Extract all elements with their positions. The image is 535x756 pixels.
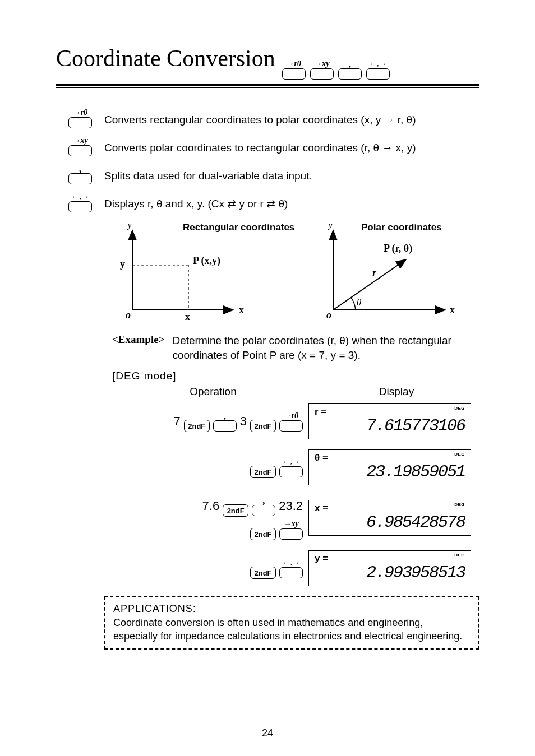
key-to-r-theta-icon: →rθ <box>282 59 306 80</box>
def-text: Splits data used for dual-variable data … <box>104 164 312 184</box>
key-to-r-theta-icon: →rθ <box>279 411 303 432</box>
svg-text:y: y <box>127 221 132 230</box>
operand-text: 7.6 <box>202 499 220 513</box>
diagram-row: y Rectangular coordinates y P (x,y) o x … <box>104 220 479 323</box>
def-row-comma: , Splits data used for dual-variable dat… <box>56 164 479 184</box>
lcd-display: DEG x = 6.985428578 <box>308 500 471 536</box>
key-2ndf-icon: 2ndF <box>250 411 276 432</box>
key-2ndf-icon: 2ndF <box>250 558 276 579</box>
example-tag: <Example> <box>112 333 164 362</box>
svg-text:x: x <box>239 304 244 316</box>
page-title-row: Coordinate Conversion →rθ →xy , ← , → <box>56 45 479 80</box>
svg-text:P (x,y): P (x,y) <box>193 255 220 267</box>
lcd-symbol: x = <box>315 503 465 514</box>
key-swap-icon: ← , → <box>68 192 92 212</box>
key-2ndf-icon: 2ndF <box>250 457 276 478</box>
def-text: Displays r, θ and x, y. (Cx ⇄ y or r ⇄ θ… <box>104 192 288 212</box>
example-block: <Example> Determine the polar coordinate… <box>112 333 479 586</box>
lcd-mode-indicator: DEG <box>454 406 465 411</box>
step-row: 7.6 2ndF , 23.2 2ndF →xy DEG x = 6.98542… <box>112 495 479 540</box>
title-key-group: →rθ →xy , ← , → <box>282 59 390 80</box>
operand-text: 23.2 <box>279 499 303 513</box>
key-swap-icon: ← , → <box>366 59 390 80</box>
svg-text:y: y <box>120 258 125 270</box>
operation-header: Operation <box>112 386 314 398</box>
key-comma-icon: , <box>68 164 92 184</box>
title-rule-thin <box>56 87 479 88</box>
lcd-value: 23.19859051 <box>315 462 465 481</box>
lcd-value: 6.985428578 <box>315 513 465 532</box>
key-2ndf-icon: 2ndF <box>250 519 276 540</box>
key-2ndf-icon: 2ndF <box>184 411 210 432</box>
key-2ndf-icon: 2ndF <box>223 495 248 517</box>
lcd-symbol: y = <box>315 553 465 564</box>
svg-text:x: x <box>185 311 190 322</box>
diagram-rectangular: y Rectangular coordinates y P (x,y) o x … <box>104 220 273 323</box>
step-row: 7 2ndF , 3 2ndF →rθ DEG r = 7.615773106 <box>112 403 479 439</box>
svg-text:o: o <box>126 309 131 321</box>
key-comma-icon: , <box>338 59 362 80</box>
key-comma-icon: , <box>213 411 237 432</box>
lcd-mode-indicator: DEG <box>454 502 465 507</box>
key-swap-icon: ← , → <box>279 457 303 477</box>
svg-text:Rectangular coordinates: Rectangular coordinates <box>183 222 294 233</box>
def-text: Converts rectangular coordinates to pola… <box>104 108 416 128</box>
lcd-mode-indicator: DEG <box>454 553 465 558</box>
operation-sequence: 7.6 2ndF , 23.2 2ndF →xy <box>112 495 308 540</box>
operand-text: 3 <box>240 414 247 429</box>
diagram-polar: y Polar coordinates θ r P (r, θ) o x <box>305 220 473 323</box>
svg-text:x: x <box>450 304 455 316</box>
opdisp-header: Operation Display <box>112 386 479 398</box>
svg-text:Polar coordinates: Polar coordinates <box>361 222 442 233</box>
applications-text: Coordinate conversion is often used in m… <box>113 616 470 643</box>
operation-sequence: 2ndF ← , → <box>112 558 308 579</box>
page-title: Coordinate Conversion <box>56 45 275 72</box>
step-row: 2ndF ← , → DEG θ = 23.19859051 <box>112 449 479 485</box>
applications-title: APPLICATIONS: <box>113 602 470 615</box>
mode-label: [DEG mode] <box>112 370 479 382</box>
page-number: 24 <box>0 727 535 739</box>
key-to-r-theta-icon: →rθ <box>68 108 92 128</box>
svg-text:y: y <box>328 221 333 230</box>
lcd-mode-indicator: DEG <box>454 452 465 457</box>
key-to-xy-icon: →xy <box>68 136 92 156</box>
operand-text: 7 <box>174 414 181 429</box>
key-swap-icon: ← , → <box>279 558 303 578</box>
lcd-value: 7.615773106 <box>315 416 465 435</box>
svg-text:r: r <box>372 267 377 279</box>
svg-text:P (r, θ): P (r, θ) <box>384 243 412 254</box>
applications-box: APPLICATIONS: Coordinate conversion is o… <box>104 596 479 650</box>
step-row: 2ndF ← , → DEG y = 2.993958513 <box>112 550 479 586</box>
operation-sequence: 2ndF ← , → <box>112 457 308 478</box>
lcd-display: DEG θ = 23.19859051 <box>308 449 471 485</box>
key-comma-icon: , <box>252 496 275 516</box>
operation-sequence: 7 2ndF , 3 2ndF →rθ <box>112 411 308 432</box>
lcd-symbol: r = <box>315 406 465 418</box>
display-header: Display <box>314 386 479 398</box>
lcd-symbol: θ = <box>315 452 465 463</box>
def-text: Converts polar coordinates to rectangula… <box>104 136 416 156</box>
lcd-display: DEG r = 7.615773106 <box>308 403 471 439</box>
def-row-rtheta: →rθ Converts rectangular coordinates to … <box>56 108 479 128</box>
example-text: Determine the polar coordinates (r, θ) w… <box>172 333 479 362</box>
svg-text:o: o <box>326 309 331 321</box>
def-row-swap: ← , → Displays r, θ and x, y. (Cx ⇄ y or… <box>56 192 479 212</box>
svg-line-15 <box>333 259 406 310</box>
key-to-xy-icon: →xy <box>279 520 303 540</box>
def-row-xy: →xy Converts polar coordinates to rectan… <box>56 136 479 156</box>
title-rule-thick <box>56 84 479 86</box>
lcd-value: 2.993958513 <box>315 563 465 582</box>
svg-text:θ: θ <box>357 297 361 308</box>
key-to-xy-icon: →xy <box>310 59 334 80</box>
lcd-display: DEG y = 2.993958513 <box>308 550 471 586</box>
